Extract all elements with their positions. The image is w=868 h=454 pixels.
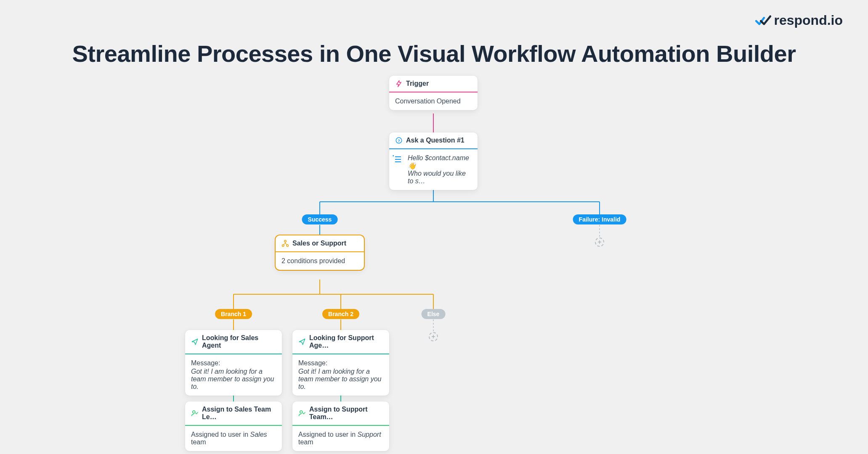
node-message-sales[interactable]: Looking for Sales Agent Message: Got it!…	[185, 330, 282, 396]
msg-sales-body: Got it! I am looking for a team member t…	[191, 368, 276, 391]
svg-point-4	[287, 245, 289, 247]
add-node-else[interactable]: +	[429, 332, 438, 341]
msg-sales-label: Message:	[191, 359, 276, 367]
add-node-failure[interactable]: +	[595, 238, 604, 247]
node-condition-title: Sales or Support	[292, 240, 346, 247]
node-trigger-body: Conversation Opened	[389, 92, 478, 110]
pill-branch-2[interactable]: Branch 2	[322, 309, 359, 319]
node-assign-support-title: Assign to Support Team…	[309, 406, 383, 421]
assign-icon	[191, 409, 199, 417]
assign-sales-body: Assigned to user in Sales team	[185, 426, 282, 451]
node-message-support-title: Looking for Support Age…	[309, 334, 383, 349]
brand-logo: respond.io	[755, 13, 843, 28]
node-assign-sales[interactable]: Assign to Sales Team Le… Assigned to use…	[185, 401, 282, 451]
workflow-canvas[interactable]: Trigger Conversation Opened ? Ask a Ques…	[0, 76, 868, 454]
pill-failure[interactable]: Failure: Invalid	[573, 214, 626, 224]
pill-branch-1[interactable]: Branch 1	[215, 309, 252, 319]
node-trigger[interactable]: Trigger Conversation Opened	[389, 76, 478, 110]
svg-text:?: ?	[398, 138, 400, 143]
svg-point-2	[284, 240, 287, 243]
ask-line1: Hello $contact.name 👋	[408, 154, 469, 169]
node-message-support[interactable]: Looking for Support Age… Message: Got it…	[292, 330, 389, 396]
send-icon	[191, 338, 199, 346]
msg-support-body: Got it! I am looking for a team member t…	[298, 368, 383, 391]
node-ask-title: Ask a Question #1	[406, 137, 465, 144]
node-assign-sales-title: Assign to Sales Team Le…	[202, 406, 276, 421]
node-condition[interactable]: Sales or Support 2 conditions provided	[276, 235, 364, 270]
bolt-icon	[395, 80, 403, 87]
send-icon	[298, 338, 306, 346]
msg-support-label: Message:	[298, 359, 383, 367]
svg-point-6	[300, 411, 303, 413]
node-message-sales-title: Looking for Sales Agent	[202, 334, 276, 349]
node-assign-support[interactable]: Assign to Support Team… Assigned to user…	[292, 401, 389, 451]
pill-else[interactable]: Else	[422, 309, 446, 319]
ask-line2: Who would you like to s…	[408, 170, 472, 185]
list-icon	[395, 155, 403, 164]
pill-success[interactable]: Success	[302, 214, 338, 224]
branch-icon	[281, 240, 289, 247]
node-condition-body: 2 conditions provided	[276, 252, 364, 270]
assign-icon	[298, 409, 306, 417]
brand-check-icon	[755, 15, 771, 26]
assign-support-body: Assigned to user in Support team	[292, 426, 389, 451]
svg-point-5	[193, 411, 195, 413]
svg-point-3	[282, 245, 284, 247]
brand-text: respond.io	[774, 13, 843, 28]
node-trigger-title: Trigger	[406, 80, 429, 87]
node-ask-question[interactable]: ? Ask a Question #1 Hello $contact.name …	[389, 132, 478, 190]
question-icon: ?	[395, 137, 403, 144]
page-title: Streamline Processes in One Visual Workf…	[0, 40, 868, 67]
